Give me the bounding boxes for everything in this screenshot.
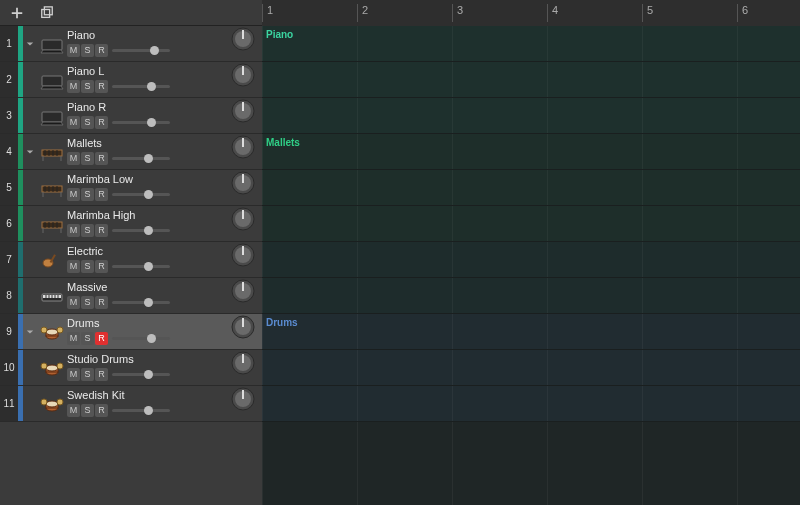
arrange-lane[interactable] xyxy=(262,98,800,134)
record-button[interactable]: R xyxy=(95,404,108,417)
volume-slider[interactable] xyxy=(112,406,170,416)
track-row[interactable]: 2Piano LMSR xyxy=(0,62,262,98)
drums-icon[interactable] xyxy=(37,314,67,349)
mute-button[interactable]: M xyxy=(67,188,80,201)
arrange-lane[interactable] xyxy=(262,206,800,242)
track-row[interactable]: 7ElectricMSR xyxy=(0,242,262,278)
arrange-lane[interactable] xyxy=(262,350,800,386)
mute-button[interactable]: M xyxy=(67,44,80,57)
track-row[interactable]: 3Piano RMSR xyxy=(0,98,262,134)
track-body: Piano LMSR xyxy=(67,62,230,97)
pan-knob[interactable] xyxy=(230,242,256,268)
pan-knob[interactable] xyxy=(230,134,256,160)
record-button[interactable]: R xyxy=(95,224,108,237)
piano-icon[interactable] xyxy=(37,98,67,133)
track-body: ElectricMSR xyxy=(67,242,230,277)
record-button[interactable]: R xyxy=(95,260,108,273)
track-row[interactable]: 1PianoMSR xyxy=(0,26,262,62)
track-row[interactable]: 5Marimba LowMSR xyxy=(0,170,262,206)
pan-knob[interactable] xyxy=(230,386,256,412)
volume-slider[interactable] xyxy=(112,46,170,56)
volume-slider[interactable] xyxy=(112,262,170,272)
guitar-icon[interactable] xyxy=(37,242,67,277)
solo-button[interactable]: S xyxy=(81,44,94,57)
solo-button[interactable]: S xyxy=(81,260,94,273)
record-button[interactable]: R xyxy=(95,296,108,309)
arrange-area[interactable]: PianoMalletsDrums xyxy=(262,26,800,505)
mute-button[interactable]: M xyxy=(67,152,80,165)
volume-slider[interactable] xyxy=(112,154,170,164)
pan-knob[interactable] xyxy=(230,170,256,196)
mute-button[interactable]: M xyxy=(67,116,80,129)
mallets-icon[interactable] xyxy=(37,206,67,241)
record-button[interactable]: R xyxy=(95,80,108,93)
pan-knob[interactable] xyxy=(230,62,256,88)
disclosure-toggle[interactable] xyxy=(23,134,37,169)
volume-slider[interactable] xyxy=(112,334,170,344)
track-row[interactable]: 11Swedish KitMSR xyxy=(0,386,262,422)
drums-icon[interactable] xyxy=(37,386,67,421)
piano-icon[interactable] xyxy=(37,62,67,97)
solo-button[interactable]: S xyxy=(81,116,94,129)
solo-button[interactable]: S xyxy=(81,404,94,417)
solo-button[interactable]: S xyxy=(81,368,94,381)
mallets-icon[interactable] xyxy=(37,170,67,205)
record-button[interactable]: R xyxy=(95,152,108,165)
pan-knob[interactable] xyxy=(230,206,256,232)
chevron-down-icon xyxy=(26,40,34,48)
volume-slider[interactable] xyxy=(112,118,170,128)
record-button[interactable]: R xyxy=(95,44,108,57)
track-row[interactable]: 10Studio DrumsMSR xyxy=(0,350,262,386)
solo-button[interactable]: S xyxy=(81,188,94,201)
record-button[interactable]: R xyxy=(95,116,108,129)
mute-button[interactable]: M xyxy=(67,332,80,345)
solo-button[interactable]: S xyxy=(81,296,94,309)
arrange-lane[interactable] xyxy=(262,386,800,422)
solo-button[interactable]: S xyxy=(81,80,94,93)
keyboard-icon[interactable] xyxy=(37,278,67,313)
mallets-icon[interactable] xyxy=(37,134,67,169)
volume-slider[interactable] xyxy=(112,226,170,236)
arrange-lane[interactable] xyxy=(262,62,800,98)
track-row[interactable]: 8MassiveMSR xyxy=(0,278,262,314)
pan-knob[interactable] xyxy=(230,26,256,52)
track-row[interactable]: 9DrumsMSR xyxy=(0,314,262,350)
record-button[interactable]: R xyxy=(95,368,108,381)
timeline-ruler[interactable]: 123456 xyxy=(262,0,800,26)
solo-button[interactable]: S xyxy=(81,332,94,345)
arrange-lane[interactable]: Mallets xyxy=(262,134,800,170)
disclosure-toggle[interactable] xyxy=(23,314,37,349)
solo-button[interactable]: S xyxy=(81,224,94,237)
track-body: DrumsMSR xyxy=(67,314,230,349)
pan-knob[interactable] xyxy=(230,350,256,376)
record-button[interactable]: R xyxy=(95,332,108,345)
track-number: 9 xyxy=(0,314,18,349)
disclosure-toggle[interactable] xyxy=(23,26,37,61)
add-track-button[interactable] xyxy=(6,4,28,22)
arrange-lane[interactable] xyxy=(262,278,800,314)
volume-slider[interactable] xyxy=(112,298,170,308)
arrange-lane[interactable]: Piano xyxy=(262,26,800,62)
drums-icon[interactable] xyxy=(37,350,67,385)
record-button[interactable]: R xyxy=(95,188,108,201)
volume-slider[interactable] xyxy=(112,82,170,92)
mute-button[interactable]: M xyxy=(67,404,80,417)
pan-knob[interactable] xyxy=(230,278,256,304)
mute-button[interactable]: M xyxy=(67,224,80,237)
pan-knob[interactable] xyxy=(230,98,256,124)
pan-knob[interactable] xyxy=(230,314,256,340)
track-row[interactable]: 6Marimba HighMSR xyxy=(0,206,262,242)
mute-button[interactable]: M xyxy=(67,296,80,309)
volume-slider[interactable] xyxy=(112,190,170,200)
mute-button[interactable]: M xyxy=(67,80,80,93)
duplicate-track-button[interactable] xyxy=(36,4,58,22)
track-row[interactable]: 4MalletsMSR xyxy=(0,134,262,170)
solo-button[interactable]: S xyxy=(81,152,94,165)
volume-slider[interactable] xyxy=(112,370,170,380)
mute-button[interactable]: M xyxy=(67,260,80,273)
arrange-lane[interactable] xyxy=(262,242,800,278)
piano-icon[interactable] xyxy=(37,26,67,61)
mute-button[interactable]: M xyxy=(67,368,80,381)
arrange-lane[interactable]: Drums xyxy=(262,314,800,350)
arrange-lane[interactable] xyxy=(262,170,800,206)
